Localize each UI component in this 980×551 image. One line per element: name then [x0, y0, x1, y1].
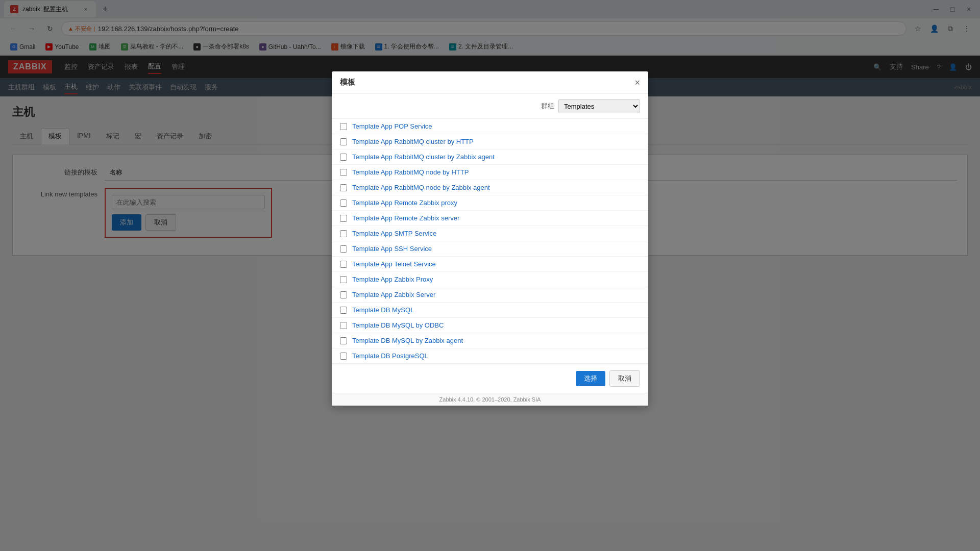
list-item[interactable]: Template App RabbitMQ cluster by HTTP	[332, 134, 648, 149]
template-checkbox[interactable]	[340, 353, 347, 360]
template-checkbox[interactable]	[340, 138, 347, 145]
template-label: Template App POP Service	[352, 122, 432, 130]
template-label: Template DB MySQL by ODBC	[352, 321, 444, 329]
list-item[interactable]: Template App RabbitMQ cluster by Zabbix …	[332, 149, 648, 165]
template-checkbox[interactable]	[340, 276, 347, 283]
template-modal: 模板 × 群组 Templates All Template App POP S…	[332, 71, 648, 406]
list-item[interactable]: Template App RabbitMQ node by HTTP	[332, 165, 648, 180]
modal-overlay: 模板 × 群组 Templates All Template App POP S…	[0, 0, 980, 551]
list-item[interactable]: Template DB PostgreSQL	[332, 348, 648, 364]
template-label: Template App Telnet Service	[352, 260, 436, 268]
template-checkbox[interactable]	[340, 322, 347, 329]
template-label: Template App RabbitMQ cluster by Zabbix …	[352, 153, 495, 161]
template-label: Template App RabbitMQ node by Zabbix age…	[352, 184, 490, 191]
modal-toolbar: 群组 Templates All	[332, 94, 648, 119]
group-select[interactable]: Templates All	[558, 99, 640, 113]
list-item[interactable]: Template DB MySQL	[332, 303, 648, 318]
template-checkbox[interactable]	[340, 199, 347, 207]
template-checkbox[interactable]	[340, 184, 347, 191]
list-item[interactable]: Template App Telnet Service	[332, 257, 648, 272]
template-label: Template App Zabbix Server	[352, 291, 435, 298]
list-item[interactable]: Template DB MySQL by ODBC	[332, 318, 648, 333]
list-item[interactable]: Template App SMTP Service	[332, 226, 648, 241]
list-item[interactable]: Template App Zabbix Server	[332, 287, 648, 303]
modal-footer: 选择 取消	[332, 364, 648, 393]
template-checkbox[interactable]	[340, 123, 347, 130]
template-checkbox[interactable]	[340, 337, 347, 344]
template-checkbox[interactable]	[340, 154, 347, 161]
template-checkbox[interactable]	[340, 215, 347, 222]
template-label: Template App Remote Zabbix proxy	[352, 199, 457, 207]
template-checkbox[interactable]	[340, 291, 347, 298]
template-checkbox[interactable]	[340, 230, 347, 237]
template-checkbox[interactable]	[340, 169, 347, 176]
template-label: Template App SSH Service	[352, 245, 432, 253]
template-label: Template App Zabbix Proxy	[352, 276, 433, 283]
template-label: Template App Remote Zabbix server	[352, 214, 459, 222]
template-label: Template App RabbitMQ cluster by HTTP	[352, 138, 474, 145]
template-label: Template App RabbitMQ node by HTTP	[352, 168, 469, 176]
template-checkbox[interactable]	[340, 245, 347, 253]
list-item[interactable]: Template DB MySQL by Zabbix agent	[332, 333, 648, 348]
list-item[interactable]: Template App Zabbix Proxy	[332, 272, 648, 287]
list-item[interactable]: Template App Remote Zabbix proxy	[332, 195, 648, 211]
modal-close-btn[interactable]: ×	[634, 78, 640, 87]
template-list: Template App POP Service Template App Ra…	[332, 119, 648, 364]
template-label: Template DB MySQL by Zabbix agent	[352, 337, 463, 344]
list-item[interactable]: Template App Remote Zabbix server	[332, 211, 648, 226]
template-label: Template DB PostgreSQL	[352, 352, 428, 360]
group-label: 群组	[541, 102, 554, 111]
template-label: Template DB MySQL	[352, 306, 414, 314]
modal-cancel-btn[interactable]: 取消	[609, 370, 640, 387]
template-checkbox[interactable]	[340, 261, 347, 268]
select-btn[interactable]: 选择	[576, 371, 605, 386]
template-label: Template App SMTP Service	[352, 230, 436, 237]
modal-title: 模板	[340, 78, 355, 87]
modal-header: 模板 ×	[332, 71, 648, 94]
list-item[interactable]: Template App POP Service	[332, 119, 648, 134]
template-checkbox[interactable]	[340, 307, 347, 314]
zabbix-footer: Zabbix 4.4.10. © 2001–2020, Zabbix SIA	[332, 393, 648, 406]
list-item[interactable]: Template App SSH Service	[332, 241, 648, 257]
list-item[interactable]: Template App RabbitMQ node by Zabbix age…	[332, 180, 648, 195]
